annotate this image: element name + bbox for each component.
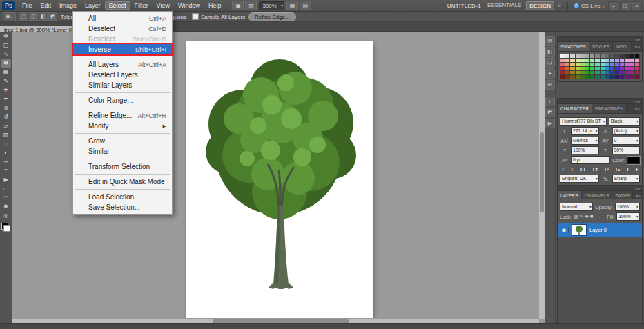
workspace-design[interactable]: DESIGN — [526, 1, 554, 10]
checkbox-box-icon[interactable] — [192, 13, 199, 20]
select-menu-item-deselect[interactable]: DeselectCtrl+D — [73, 23, 172, 34]
swatch[interactable] — [580, 63, 585, 66]
swatch[interactable] — [570, 71, 574, 74]
eyedropper-tool[interactable]: ✎ — [1, 77, 11, 86]
eraser-tool[interactable]: ▱ — [1, 121, 11, 130]
opacity-dropdown[interactable]: 100% — [615, 203, 640, 211]
swatch[interactable] — [595, 59, 599, 62]
swatch[interactable] — [595, 54, 599, 58]
zoom-tool[interactable]: ◎ — [1, 211, 11, 220]
path-selection-tool[interactable]: ▶ — [1, 175, 11, 184]
swatch[interactable] — [585, 63, 589, 66]
menubar-item-view[interactable]: View — [153, 1, 174, 10]
text-style-button-6[interactable]: T — [626, 166, 630, 172]
shape-tool[interactable]: ▭ — [1, 184, 11, 193]
swatch[interactable] — [610, 59, 614, 62]
swatch[interactable] — [610, 67, 614, 70]
swatch[interactable] — [625, 71, 629, 74]
swatch[interactable] — [625, 59, 629, 62]
swatch[interactable] — [565, 75, 569, 79]
move-tool[interactable]: ✥ — [1, 32, 11, 41]
workspace-essentials[interactable]: ESSENTIALS — [485, 1, 524, 10]
leading-dropdown[interactable]: (Auto) — [612, 127, 641, 135]
gradient-tool[interactable]: ▨ — [1, 130, 11, 139]
swatch[interactable] — [605, 63, 609, 66]
swatch[interactable] — [580, 75, 585, 79]
swatch[interactable] — [580, 54, 585, 58]
tracking-dropdown[interactable]: 0 — [612, 137, 641, 145]
menubar-item-select[interactable]: Select — [105, 1, 130, 10]
layer-visibility-eye-icon[interactable]: ◉ — [560, 227, 569, 233]
background-color-swatch[interactable] — [3, 225, 10, 232]
fill-dropdown[interactable]: 100% — [616, 212, 640, 221]
swatch[interactable] — [560, 54, 565, 58]
lock-pixels-icon[interactable]: ✎ — [579, 214, 583, 219]
swatch[interactable] — [570, 75, 574, 79]
history-panel-icon[interactable]: ▤ — [545, 36, 555, 46]
swatch[interactable] — [620, 71, 624, 74]
menubar-item-help[interactable]: Help — [204, 1, 226, 10]
swatch[interactable] — [601, 75, 605, 79]
dodge-tool[interactable]: ◐ — [1, 148, 11, 157]
styles-panel-icon[interactable]: ✦ — [545, 69, 555, 79]
swatch[interactable] — [615, 71, 619, 74]
swatch[interactable] — [625, 54, 629, 58]
menubar-item-window[interactable]: Window — [174, 1, 204, 10]
layer-name[interactable]: Layer 0 — [589, 227, 607, 233]
screen-mode-icon[interactable]: ▤ — [300, 1, 311, 10]
bridge-launcher-icon[interactable]: ▣ — [232, 1, 244, 10]
select-menu-item-edit-in-quick-mask-mode[interactable]: Edit in Quick Mask Mode — [73, 177, 172, 187]
panel-menu-icon[interactable]: ▾≡ — [632, 42, 642, 51]
swatch[interactable] — [620, 67, 624, 70]
panel-menu-icon[interactable]: ▾≡ — [632, 104, 642, 113]
swatch[interactable] — [570, 63, 574, 66]
swatch[interactable] — [610, 63, 614, 66]
swatch[interactable] — [576, 67, 580, 70]
menubar-item-edit[interactable]: Edit — [37, 1, 56, 10]
navigator-panel-icon[interactable]: ⊞ — [545, 80, 555, 90]
panel-collapse-bar[interactable]: «« — [557, 185, 643, 190]
blur-tool[interactable]: ◌ — [1, 139, 11, 148]
character-tab-paragraph[interactable]: PARAGRAPH — [592, 104, 627, 113]
swatch[interactable] — [625, 75, 629, 79]
select-menu-item-modify[interactable]: Modify▶ — [73, 121, 172, 131]
magic-wand-tool[interactable]: ✻ — [1, 59, 11, 68]
swatch[interactable] — [601, 63, 605, 66]
new-selection-icon[interactable]: ▢ — [19, 12, 28, 21]
menubar-item-filter[interactable]: Filter — [130, 1, 153, 10]
subtract-from-selection-icon[interactable]: ◧ — [39, 12, 48, 21]
swatch[interactable] — [635, 75, 639, 79]
swatch[interactable] — [601, 54, 605, 58]
swatch[interactable] — [565, 59, 569, 62]
swatch[interactable] — [615, 67, 619, 70]
rotate-view-tool[interactable]: ◠ — [1, 193, 11, 202]
swatch[interactable] — [576, 59, 580, 62]
layer-row[interactable]: ◉ Layer 0 — [558, 223, 642, 237]
swatch[interactable] — [580, 71, 585, 74]
swatch[interactable] — [630, 59, 634, 62]
add-to-selection-icon[interactable]: ◫ — [29, 12, 38, 21]
swatch[interactable] — [565, 54, 569, 58]
antialias-dropdown[interactable]: Sharp — [612, 175, 640, 183]
swatch[interactable] — [580, 67, 585, 70]
select-menu-item-reselect[interactable]: ReselectShift+Ctrl+D — [73, 34, 172, 44]
character-tab-character[interactable]: CHARACTER — [558, 104, 592, 113]
checkbox-sample-all-layers[interactable]: Sample All Layers — [192, 13, 245, 20]
swatch[interactable] — [590, 63, 594, 66]
masks-panel-icon[interactable]: ❏ — [545, 58, 555, 68]
text-style-button-5[interactable]: T₁ — [614, 166, 620, 172]
swatch[interactable] — [590, 59, 594, 62]
swatch[interactable] — [635, 71, 639, 74]
swatch[interactable] — [630, 75, 634, 79]
layer-thumbnail[interactable] — [572, 224, 587, 236]
maximize-button[interactable]: □ — [620, 1, 630, 10]
swatch[interactable] — [630, 63, 634, 66]
swatch[interactable] — [635, 54, 639, 58]
select-menu-item-all-layers[interactable]: All LayersAlt+Ctrl+A — [73, 59, 172, 70]
swatches-tab-styles[interactable]: STYLES — [589, 42, 613, 51]
language-dropdown[interactable]: English: UK — [560, 175, 599, 183]
document-canvas[interactable] — [186, 41, 373, 319]
healing-brush-tool[interactable]: ✚ — [1, 86, 11, 94]
swatch[interactable] — [565, 63, 569, 66]
select-menu-item-all[interactable]: AllCtrl+A — [73, 13, 172, 23]
